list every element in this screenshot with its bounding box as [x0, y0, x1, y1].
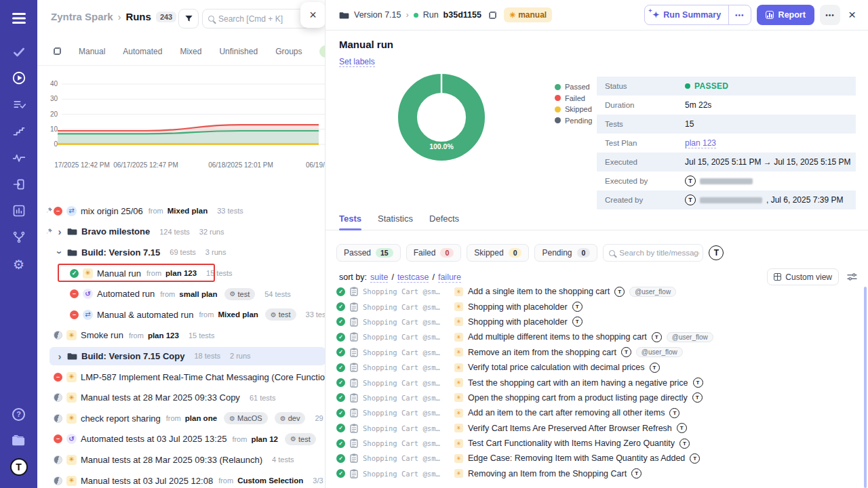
runs-tab-unfinished[interactable]: Unfinished [219, 47, 258, 56]
assignee-avatar: T [677, 423, 687, 433]
plan-name[interactable]: small plan [179, 290, 217, 298]
account-avatar[interactable]: T [0, 457, 37, 477]
tests-search-input[interactable] [619, 249, 699, 257]
panel-close-button[interactable]: × [300, 2, 326, 28]
sliders-icon[interactable] [847, 272, 857, 281]
filter-skipped-button[interactable]: Skipped0 [467, 244, 529, 262]
run-group-row[interactable]: ›Bravo milestone124 tests32 runs [37, 222, 326, 243]
runs-search-input[interactable] [218, 14, 293, 24]
duplicate-icon[interactable] [54, 47, 61, 55]
assignee-filter-avatar[interactable]: T [709, 245, 724, 260]
filter-passed-button[interactable]: Passed15 [336, 244, 401, 262]
plan-name[interactable]: plan 12 [251, 435, 278, 443]
runs-search[interactable] [202, 9, 311, 28]
report-button[interactable]: Report [757, 5, 814, 25]
filter-pending-button[interactable]: Pending0 [534, 244, 597, 262]
steps-icon[interactable] [0, 121, 37, 141]
tests-search[interactable] [603, 244, 703, 262]
run-group-row[interactable]: ›Build: Version 7.15 Copy18 tests2 runs [37, 346, 326, 367]
settings-icon[interactable]: ⚙ [0, 254, 37, 274]
run-item-row[interactable]: ✳Manual tests at 28 Mar 2025 09:33 Copy6… [37, 387, 326, 408]
sort-by-failure[interactable]: failure [438, 272, 461, 283]
branches-icon[interactable] [0, 227, 37, 247]
assignee-avatar: T [669, 408, 679, 418]
plan-name[interactable]: plan 123 [148, 331, 179, 340]
plan-name[interactable]: plan one [185, 414, 217, 422]
menu-icon[interactable] [0, 8, 37, 28]
tab-defects[interactable]: Defects [429, 214, 459, 230]
run-item-row[interactable]: –⇄Manual & automated runfromMixed plan⚙t… [37, 304, 326, 325]
run-item-row[interactable]: ✳Manual tests at 28 Mar 2025 09:33 (Rela… [37, 449, 326, 470]
runs-count: 32 runs [199, 228, 224, 236]
sort-row-right: Custom view [767, 268, 857, 285]
test-suite-name: Shopping Cart @sm… [363, 303, 450, 311]
more-actions-button[interactable]: ••• [820, 5, 840, 25]
test-row[interactable]: ✓Shopping Cart @sm…✳Test Cart Functional… [336, 436, 860, 451]
projects-icon[interactable] [0, 430, 37, 451]
test-plans-icon[interactable] [0, 94, 37, 115]
plan-name[interactable]: Mixed plan [218, 310, 258, 319]
chevron-down-icon[interactable]: › [54, 249, 66, 256]
run-title: Manual tests at 28 Mar 2025 09:33 Copy [81, 392, 240, 403]
plan-name[interactable]: Custom Selection [237, 476, 303, 485]
analytics-icon[interactable] [0, 201, 37, 221]
finished-status-icon [54, 455, 62, 464]
run-item-row[interactable]: ✳check report sharingfromplan one⚙MacOS⚙… [37, 408, 326, 429]
close-run-button[interactable]: × [846, 7, 859, 22]
run-item-row[interactable]: –↺Automated runfromsmall plan⚙test54 tes… [37, 283, 326, 304]
runs-icon[interactable] [0, 68, 37, 88]
test-row[interactable]: ✓Shopping Cart @sm…✳Test the shopping ca… [336, 375, 860, 390]
tab-statistics[interactable]: Statistics [378, 214, 413, 230]
test-row[interactable]: ✓Shopping Cart @sm…✳Add multiple differe… [336, 329, 860, 344]
runs-tab-groups[interactable]: Groups [275, 47, 302, 56]
run-item-row[interactable]: –✳LMP-587 Implement Real-Time Chat Messa… [37, 367, 326, 388]
run-item-row[interactable]: ✓✳Manual runfromplan 12315 tests [37, 263, 326, 284]
test-row[interactable]: ✓Shopping Cart @sm…✳Verify Cart Items Ar… [336, 421, 860, 436]
tasks-icon[interactable] [0, 42, 37, 62]
test-row[interactable]: ✓Shopping Cart @sm…✳Add an item to the c… [336, 405, 860, 420]
activity-icon[interactable] [0, 148, 37, 168]
test-row[interactable]: ✓Shopping Cart @sm…✳Add a single item to… [336, 284, 860, 299]
test-row[interactable]: ✓Shopping Cart @sm…✳Edge Case: Removing … [336, 451, 860, 466]
help-icon[interactable]: ? [0, 404, 37, 424]
test-row[interactable]: ✓Shopping Cart @sm…✳Remove an item from … [336, 345, 860, 360]
sort-by-suite[interactable]: suite [370, 272, 388, 283]
run-item-row[interactable]: –⇄mix origin 25/06fromMixed plan33 tests [37, 201, 326, 222]
run-item-row[interactable]: ✳Manual tests at 03 Jul 2025 12:08fromCu… [37, 470, 326, 488]
run-group-row[interactable]: ›Build: Version 7.1569 tests3 runs [37, 242, 326, 263]
run-title: Automated tests at 03 Jul 2025 13:25 [81, 434, 226, 444]
plan-name[interactable]: plan 123 [165, 269, 197, 277]
runs-tab-manual[interactable]: Manual [79, 47, 105, 56]
manual-run-icon: ✳ [66, 330, 77, 340]
test-row[interactable]: ✓Shopping Cart @sm…✳Open the shopping ca… [336, 390, 860, 405]
tab-tests[interactable]: Tests [339, 214, 361, 230]
filter-failed-button[interactable]: Failed0 [406, 244, 462, 262]
sort-by-testcase[interactable]: testcase [397, 272, 429, 283]
runs-tab-tes[interactable]: tes [319, 45, 326, 58]
chevron-right-icon[interactable]: › [56, 350, 63, 362]
tests-scrollbar[interactable] [864, 287, 867, 488]
run-item-row[interactable]: –↺Automated tests at 03 Jul 2025 13:25fr… [37, 429, 326, 450]
assignee-avatar: T [572, 302, 583, 312]
test-plan-link[interactable]: plan 123 [685, 138, 716, 148]
custom-view-button[interactable]: Custom view [767, 268, 839, 285]
run-item-row[interactable]: ✳Smoke runfromplan 12315 tests [37, 325, 326, 346]
filter-button[interactable] [178, 9, 199, 28]
chevron-right-icon[interactable]: › [56, 226, 63, 237]
run-summary-button[interactable]: +✦ Run Summary ••• [644, 5, 751, 25]
set-labels-link[interactable]: Set labels [339, 57, 375, 67]
copy-run-id-icon[interactable] [489, 12, 496, 19]
runs-tab-automated[interactable]: Automated [123, 47, 162, 56]
breadcrumb-project[interactable]: Zyntra Spark [51, 11, 113, 22]
runs-tab-mixed[interactable]: Mixed [180, 47, 201, 56]
run-summary-more-button[interactable]: ••• [729, 12, 751, 19]
breadcrumb-folder[interactable]: Version 7.15 [354, 10, 401, 20]
test-row[interactable]: ✓Shopping Cart @sm…✳Shopping with placeh… [336, 299, 860, 314]
pin-icon[interactable] [45, 228, 53, 235]
test-row[interactable]: ✓Shopping Cart @sm…✳Removing an Item fro… [336, 466, 860, 481]
import-icon[interactable] [0, 174, 37, 195]
test-row[interactable]: ✓Shopping Cart @sm…✳Shopping with placeh… [336, 314, 860, 329]
pin-icon[interactable] [45, 207, 53, 214]
plan-name[interactable]: Mixed plan [167, 207, 208, 215]
test-row[interactable]: ✓Shopping Cart @sm…✳Verify total price c… [336, 360, 860, 375]
